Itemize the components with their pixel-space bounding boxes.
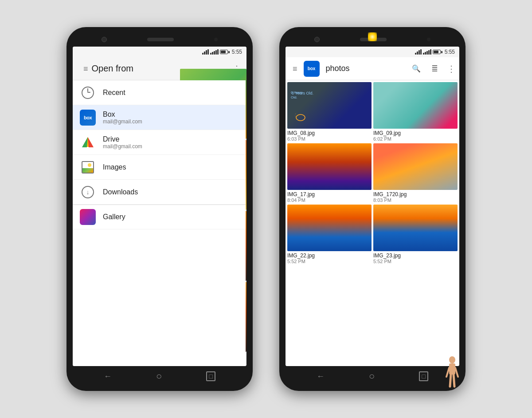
box-subtitle: mail@gmail.com <box>103 118 142 125</box>
left-screen: 5:55 ≡ Open from ⋮ .jpg 20.jpg <box>73 47 246 366</box>
drawer-item-images[interactable]: Images <box>73 155 246 180</box>
recent-icon <box>80 85 96 101</box>
more-options-icon-right[interactable]: ⋮ <box>445 60 458 78</box>
photo-name-img23: IMG_23.jpg <box>373 252 458 259</box>
app-bar-right: ≡ box photos 🔍 ≣ ⋮ <box>286 57 459 80</box>
drive-label: Drive <box>103 135 142 143</box>
images-text: Images <box>103 163 126 171</box>
nav-bar-left: ← ○ □ <box>73 366 246 385</box>
status-time-right: 5:55 <box>445 49 455 55</box>
recent-label: Recent <box>103 89 125 97</box>
gallery-icon <box>80 209 96 225</box>
status-icons: 5:55 <box>202 49 242 55</box>
photo-cell-img08[interactable]: 0 YearsOld. IMG_08.jpg 6:03 PM <box>287 82 372 142</box>
status-time-left: 5:55 <box>232 49 242 55</box>
status-bar-right: 5:55 <box>286 47 459 57</box>
photo-time-img17: 8:04 PM <box>287 197 372 203</box>
back-button-left[interactable]: ← <box>104 372 112 381</box>
drawer-item-box[interactable]: box Box mail@gmail.com <box>73 105 246 130</box>
svg-marker-3 <box>88 137 94 147</box>
downloads-icon-container <box>80 184 96 200</box>
box-logo-icon: box <box>80 110 96 126</box>
photos-grid: 0 YearsOld. IMG_08.jpg 6:03 PM IMG_09.jp… <box>286 80 459 366</box>
battery-icon-right <box>433 50 442 54</box>
download-icon <box>82 186 94 198</box>
right-phone: 5:55 ≡ box photos 🔍 ≣ ⋮ 0 YearsOld. <box>279 27 466 391</box>
signal-icon <box>210 49 219 55</box>
box-text: Box mail@gmail.com <box>103 110 142 125</box>
photo-row-1: IMG_17.jpg 8:04 PM <box>287 143 458 203</box>
drawer-content: .jpg 20.jpg .jpg Recent <box>73 80 246 366</box>
photo-time-img22: 5:52 PM <box>287 259 372 264</box>
hamburger-icon[interactable]: ≡ <box>80 61 92 76</box>
battery-icon <box>220 50 230 54</box>
drive-text: Drive mail@gmail.com <box>103 135 142 150</box>
status-icons-right: 5:55 <box>415 49 455 55</box>
photo-cell-img17[interactable]: IMG_17.jpg 8:04 PM <box>287 143 372 203</box>
drawer-item-gallery[interactable]: Gallery <box>73 205 246 229</box>
photo-thumb-img17 <box>287 143 372 190</box>
photo-row-2: IMG_22.jpg 5:52 PM IMG_23.jpg 5:52 PM <box>287 205 458 264</box>
menu-icon-right[interactable]: ≡ <box>289 61 301 76</box>
nav-bar-right: ← ○ □ <box>286 366 459 385</box>
images-label: Images <box>103 163 126 171</box>
home-button-right[interactable]: ○ <box>369 371 375 382</box>
box-label: Box <box>103 110 142 118</box>
photo-thumb-img09 <box>373 82 458 129</box>
photo-name-img17: IMG_17.jpg <box>287 191 372 197</box>
drawer-list: Recent box Box mail@gmail.com <box>73 80 246 366</box>
drawer-item-downloads[interactable]: Downloads <box>73 180 246 205</box>
front-camera <box>102 37 107 42</box>
right-screen: 5:55 ≡ box photos 🔍 ≣ ⋮ 0 YearsOld. <box>286 47 459 366</box>
wifi-icon <box>202 49 209 55</box>
status-bar-left: 5:55 <box>73 47 246 57</box>
photo-cell-img23[interactable]: IMG_23.jpg 5:52 PM <box>373 205 458 264</box>
speaker <box>147 38 174 41</box>
photo-name-img09: IMG_09.jpg <box>373 130 458 136</box>
downloads-text: Downloads <box>103 188 138 196</box>
svg-marker-4 <box>82 137 88 147</box>
fish-drawing <box>292 106 309 124</box>
left-phone: 5:55 ≡ Open from ⋮ .jpg 20.jpg <box>66 27 253 391</box>
photo-time-img09: 6:02 PM <box>373 136 458 142</box>
images-icon-container <box>80 159 96 175</box>
photo-thumb-img1720 <box>373 143 458 190</box>
photos-title: photos <box>326 64 406 73</box>
right-bar-icons: 🔍 ≣ ⋮ <box>408 60 458 78</box>
drive-subtitle: mail@gmail.com <box>103 143 142 150</box>
home-button-left[interactable]: ○ <box>156 371 162 382</box>
back-button-right[interactable]: ← <box>317 372 325 381</box>
chalk-text: 0 YearsOld. <box>291 90 303 100</box>
photo-time-img1720: 8:03 PM <box>373 197 458 203</box>
photo-thumb-img23 <box>373 205 458 251</box>
photo-thumb-img22 <box>287 205 372 251</box>
gallery-label: Gallery <box>103 213 125 221</box>
recent-text: Recent <box>103 89 125 97</box>
svg-point-7 <box>449 356 455 363</box>
photo-time-img23: 5:52 PM <box>373 259 458 264</box>
box-app-logo: box <box>304 61 320 77</box>
sensor-right <box>427 38 430 41</box>
photo-cell-img22[interactable]: IMG_22.jpg 5:52 PM <box>287 205 372 264</box>
downloads-label: Downloads <box>103 188 138 196</box>
filter-icon-right[interactable]: ≣ <box>428 60 442 77</box>
photo-thumb-img08: 0 YearsOld. <box>287 82 372 129</box>
search-icon-right[interactable]: 🔍 <box>408 61 424 76</box>
box-icon: box <box>80 110 96 126</box>
photo-cell-img1720[interactable]: IMG_1720.jpg 8:03 PM <box>373 143 458 203</box>
recents-button-left[interactable]: □ <box>206 371 215 381</box>
drawer-item-drive[interactable]: Drive mail@gmail.com <box>73 130 246 155</box>
photo-name-img1720: IMG_1720.jpg <box>373 191 458 197</box>
box-logo-label: box <box>308 66 316 71</box>
photo-row-0: 0 YearsOld. IMG_08.jpg 6:03 PM IMG_09.jp… <box>287 82 458 142</box>
front-camera-right <box>314 37 320 42</box>
photo-cell-img09[interactable]: IMG_09.jpg 6:02 PM <box>373 82 458 142</box>
svg-point-6 <box>296 114 305 121</box>
phone-top-bar <box>73 35 246 47</box>
recents-button-right[interactable]: □ <box>419 371 428 381</box>
drawer-item-recent[interactable]: Recent <box>73 80 246 105</box>
images-icon <box>82 161 94 174</box>
sensor <box>214 38 218 41</box>
wifi-icon-right <box>415 49 422 55</box>
girl-silhouette <box>446 355 459 366</box>
